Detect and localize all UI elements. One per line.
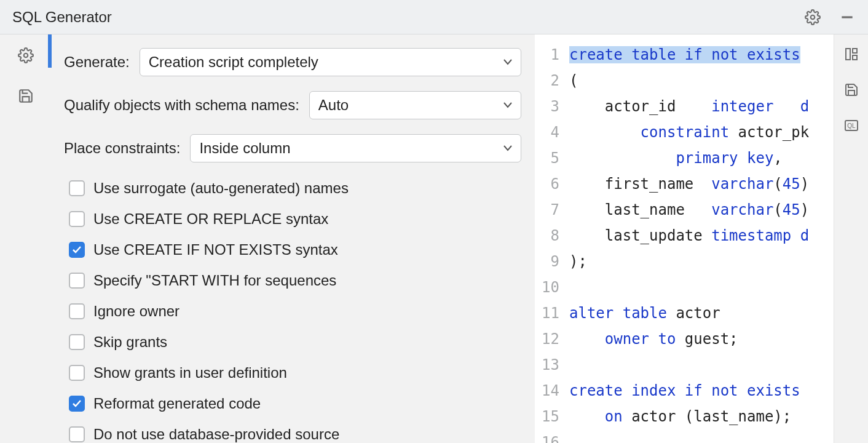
line-number: 2	[535, 68, 559, 94]
checkbox[interactable]	[69, 334, 85, 350]
code-line[interactable]	[566, 352, 834, 378]
checkbox-list: Use surrogate (auto-generated) namesUse …	[64, 177, 521, 443]
generate-select[interactable]: Creation script completely	[140, 48, 521, 76]
checkbox-label: Show grants in user definition	[93, 364, 287, 381]
code-line[interactable]: primary key,	[566, 145, 834, 171]
line-number: 11	[535, 300, 559, 326]
code-line[interactable]: owner to guest;	[566, 326, 834, 352]
qualify-row: Qualify objects with schema names: Auto	[64, 91, 521, 119]
sql-editor[interactable]: 12345678910111213141516 create table if …	[535, 34, 834, 443]
minimize-icon[interactable]	[838, 9, 856, 26]
line-number: 1	[535, 42, 559, 68]
titlebar: SQL Generator	[0, 0, 868, 34]
checkbox-label: Use surrogate (auto-generated) names	[93, 180, 349, 197]
editor-code[interactable]: create table if not exists( actor_id int…	[566, 34, 834, 443]
line-number: 6	[535, 171, 559, 197]
svg-rect-4	[853, 49, 857, 53]
generate-row: Generate: Creation script completely	[64, 48, 521, 76]
svg-point-0	[811, 15, 815, 19]
line-number: 14	[535, 378, 559, 404]
checkbox-row[interactable]: Do not use database-provided source	[69, 426, 521, 443]
line-number: 8	[535, 223, 559, 249]
checkbox-label: Do not use database-provided source	[93, 426, 339, 443]
place-value: Inside column	[199, 140, 290, 157]
code-line[interactable]: alter table actor	[566, 300, 834, 326]
code-line[interactable]: last_update timestamp d	[566, 223, 834, 249]
checkbox-row[interactable]: Use surrogate (auto-generated) names	[69, 180, 521, 197]
layout-icon[interactable]	[843, 46, 860, 63]
code-line[interactable]	[566, 274, 834, 300]
checkbox-row[interactable]: Use CREATE OR REPLACE syntax	[69, 210, 521, 228]
svg-point-2	[24, 54, 28, 58]
checkbox-row[interactable]: Reformat generated code	[69, 395, 521, 412]
settings-panel: Generate: Creation script completely Qua…	[52, 34, 535, 443]
checkbox-label: Reformat generated code	[93, 395, 261, 412]
qualify-select[interactable]: Auto	[309, 91, 521, 119]
sql-generator-window: SQL Generator Generate:	[0, 0, 868, 443]
editor-gutter: 12345678910111213141516	[535, 34, 566, 443]
checkbox-row[interactable]: Skip grants	[69, 333, 521, 351]
body: Generate: Creation script completely Qua…	[0, 34, 868, 443]
place-row: Place constraints: Inside column	[64, 134, 521, 162]
window-title: SQL Generator	[12, 9, 112, 26]
line-number: 3	[535, 94, 559, 119]
line-number: 12	[535, 326, 559, 352]
code-line[interactable]: create table if not exists	[566, 42, 834, 68]
place-select[interactable]: Inside column	[190, 134, 521, 162]
left-rail	[0, 34, 52, 443]
code-line[interactable]: first_name varchar(45)	[566, 171, 834, 197]
generate-label: Generate:	[64, 54, 130, 71]
checkbox-label: Ignore owner	[93, 303, 180, 320]
place-label: Place constraints:	[64, 140, 180, 157]
save-icon[interactable]	[17, 87, 34, 105]
code-line[interactable]: create index if not exists	[566, 378, 834, 404]
checkbox-row[interactable]: Show grants in user definition	[69, 364, 521, 381]
code-line[interactable]: );	[566, 249, 834, 274]
svg-rect-5	[853, 55, 857, 60]
ql-icon[interactable]: QL	[843, 117, 860, 134]
checkbox[interactable]	[69, 426, 85, 442]
checkbox[interactable]	[69, 303, 85, 319]
gear-icon[interactable]	[804, 9, 821, 26]
code-line[interactable]: (	[566, 68, 834, 94]
checkbox-label: Skip grants	[93, 333, 167, 351]
line-number: 15	[535, 404, 559, 429]
svg-text:QL: QL	[847, 122, 856, 129]
checkbox[interactable]	[69, 273, 85, 289]
code-line[interactable]	[566, 429, 834, 443]
chevron-down-icon	[503, 102, 512, 108]
chevron-down-icon	[503, 59, 512, 65]
line-number: 10	[535, 274, 559, 300]
checkbox-row[interactable]: Ignore owner	[69, 303, 521, 320]
gear-icon[interactable]	[17, 47, 34, 64]
code-line[interactable]: on actor (last_name);	[566, 404, 834, 429]
checkbox-row[interactable]: Use CREATE IF NOT EXISTS syntax	[69, 241, 521, 258]
save-icon[interactable]	[843, 81, 860, 98]
checkbox-label: Specify "START WITH for sequences	[93, 272, 336, 289]
checkbox[interactable]	[69, 211, 85, 227]
code-line[interactable]: actor_id integer d	[566, 94, 834, 119]
line-number: 13	[535, 352, 559, 378]
checkbox-label: Use CREATE IF NOT EXISTS syntax	[93, 241, 338, 258]
generate-value: Creation script completely	[149, 54, 318, 71]
line-number: 5	[535, 145, 559, 171]
line-number: 4	[535, 119, 559, 145]
chevron-down-icon	[503, 145, 512, 151]
code-line[interactable]: constraint actor_pk	[566, 119, 834, 145]
titlebar-actions	[804, 9, 856, 26]
line-number: 16	[535, 429, 559, 443]
checkbox[interactable]	[69, 180, 85, 196]
checkbox[interactable]	[69, 365, 85, 381]
qualify-label: Qualify objects with schema names:	[64, 97, 299, 114]
checkbox-row[interactable]: Specify "START WITH for sequences	[69, 272, 521, 289]
checkbox[interactable]	[69, 396, 85, 412]
line-number: 9	[535, 249, 559, 274]
line-number: 7	[535, 197, 559, 223]
qualify-value: Auto	[318, 97, 349, 114]
checkbox-label: Use CREATE OR REPLACE syntax	[93, 210, 328, 228]
svg-rect-3	[846, 49, 850, 60]
checkbox[interactable]	[69, 242, 85, 258]
code-line[interactable]: last_name varchar(45)	[566, 197, 834, 223]
right-rail: QL	[834, 34, 868, 443]
